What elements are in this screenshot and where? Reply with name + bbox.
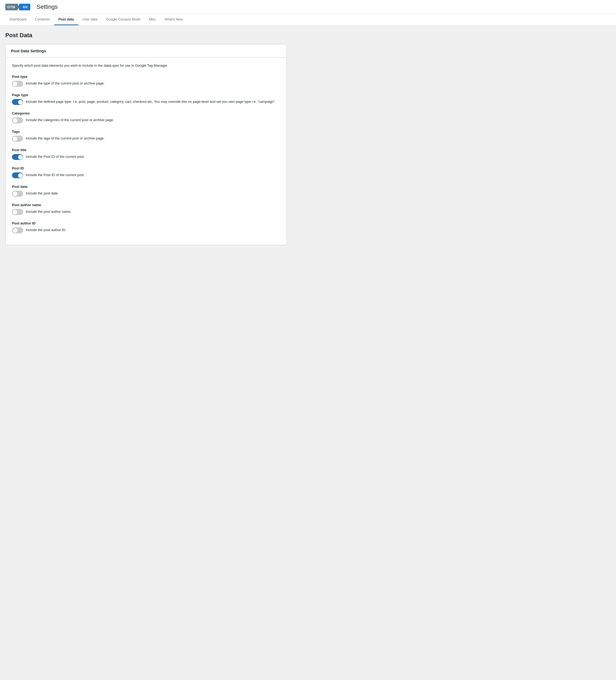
setting-label-post-author-id: Post author ID bbox=[12, 221, 280, 225]
setting-control-post-author-name: Include the post author name. bbox=[12, 209, 280, 215]
setting-row-post-id: Post IDInclude the Post ID of the curren… bbox=[12, 166, 280, 178]
setting-row-post-author-name: Post author nameInclude the post author … bbox=[12, 203, 280, 215]
toggle-tags[interactable] bbox=[12, 136, 23, 142]
setting-row-post-author-id: Post author IDInclude the post author ID… bbox=[12, 221, 280, 233]
setting-control-tags: Include the tags of the current post or … bbox=[12, 136, 280, 142]
setting-control-post-data: Include the post date. bbox=[12, 191, 280, 197]
logo: GTM Kit bbox=[5, 3, 30, 11]
setting-row-post-type: Post typeInclude the type of the current… bbox=[12, 75, 280, 87]
setting-description-tags: Include the tags of the current post or … bbox=[26, 136, 280, 141]
setting-label-page-type: Page type bbox=[12, 93, 280, 97]
toggle-post-title[interactable] bbox=[12, 154, 23, 160]
setting-label-post-type: Post type bbox=[12, 75, 280, 79]
setting-label-post-author-name: Post author name bbox=[12, 203, 280, 207]
nav-tab-google-consent-mode[interactable]: Google Consent Mode bbox=[102, 14, 145, 25]
setting-label-post-id: Post ID bbox=[12, 166, 280, 170]
header: GTM Kit Settings bbox=[0, 0, 616, 14]
toggle-post-data[interactable] bbox=[12, 191, 23, 197]
card-header-title: Post Data Settings bbox=[11, 49, 46, 53]
toggle-post-id[interactable] bbox=[12, 172, 23, 178]
logo-arrow-icon bbox=[17, 3, 20, 11]
toggle-post-type[interactable] bbox=[12, 81, 23, 87]
logo-gtm: GTM bbox=[5, 4, 17, 10]
nav-tab-dashboard[interactable]: Dashboard bbox=[5, 14, 31, 25]
toggle-page-type[interactable] bbox=[12, 99, 23, 105]
setting-row-post-data: Post dataInclude the post date. bbox=[12, 185, 280, 197]
setting-control-categories: Include the categories of the current po… bbox=[12, 117, 280, 123]
setting-label-post-data: Post data bbox=[12, 185, 280, 189]
post-data-card: Post Data Settings Specify which post da… bbox=[5, 44, 287, 245]
setting-label-categories: Categories bbox=[12, 111, 280, 115]
logo-kit: Kit bbox=[19, 4, 30, 10]
nav-tab-misc[interactable]: Misc bbox=[145, 14, 160, 25]
setting-description-post-author-name: Include the post author name. bbox=[26, 209, 280, 215]
nav-tab-post-data[interactable]: Post data bbox=[54, 14, 78, 25]
nav-tab-user-data[interactable]: User data bbox=[78, 14, 102, 25]
setting-description-post-data: Include the post date. bbox=[26, 191, 280, 196]
nav-tabs: DashboardContainerPost dataUser dataGoog… bbox=[0, 14, 616, 26]
setting-row-page-type: Page typeInclude the defined page type. … bbox=[12, 93, 280, 105]
setting-description-page-type: Include the defined page type. I.e. post… bbox=[26, 99, 280, 104]
setting-description-post-title: Include the Post ID of the current post. bbox=[26, 154, 280, 159]
setting-control-post-author-id: Include the post author ID. bbox=[12, 227, 280, 233]
setting-label-post-title: Post title bbox=[12, 148, 280, 152]
setting-control-post-id: Include the Post ID of the current post. bbox=[12, 172, 280, 178]
toggle-post-author-id[interactable] bbox=[12, 227, 23, 233]
page-title: Post Data bbox=[5, 32, 287, 39]
setting-description-post-type: Include the type of the current post or … bbox=[26, 81, 280, 86]
header-title: Settings bbox=[37, 3, 58, 10]
nav-tab-whats-new[interactable]: What's New bbox=[160, 14, 187, 25]
toggle-post-author-name[interactable] bbox=[12, 209, 23, 215]
card-body: Specify which post data elements you wis… bbox=[6, 58, 287, 245]
setting-label-tags: Tags bbox=[12, 130, 280, 134]
setting-control-page-type: Include the defined page type. I.e. post… bbox=[12, 99, 280, 105]
setting-row-tags: TagsInclude the tags of the current post… bbox=[12, 130, 280, 142]
setting-description-post-id: Include the Post ID of the current post. bbox=[26, 172, 280, 178]
setting-row-categories: CategoriesInclude the categories of the … bbox=[12, 111, 280, 123]
main-content: Post Data Post Data Settings Specify whi… bbox=[0, 26, 292, 252]
setting-description-post-author-id: Include the post author ID. bbox=[26, 227, 280, 233]
setting-row-post-title: Post titleInclude the Post ID of the cur… bbox=[12, 148, 280, 160]
setting-description-categories: Include the categories of the current po… bbox=[26, 117, 280, 123]
card-description: Specify which post data elements you wis… bbox=[12, 63, 280, 68]
card-header: Post Data Settings bbox=[6, 45, 287, 58]
toggle-categories[interactable] bbox=[12, 117, 23, 123]
setting-control-post-type: Include the type of the current post or … bbox=[12, 81, 280, 87]
nav-tab-container[interactable]: Container bbox=[31, 14, 54, 25]
setting-control-post-title: Include the Post ID of the current post. bbox=[12, 154, 280, 160]
